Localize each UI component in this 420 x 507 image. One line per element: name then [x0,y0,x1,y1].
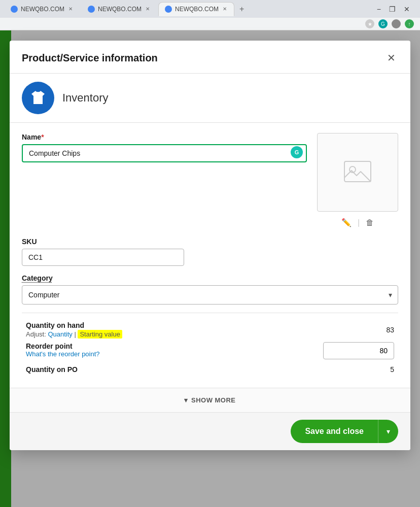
tab-1-label: NEWQBO.COM [21,6,64,13]
category-select[interactable]: Computer Electronics Hardware [22,285,398,305]
address-bar: ★ G ↑ [0,18,420,30]
tab-1-close[interactable]: ✕ [67,5,74,13]
browser-chrome: NEWQBO.COM ✕ NEWQBO.COM ✕ NEWQBO.COM ✕ +… [0,0,420,30]
category-row: Category Computer Electronics Hardware ▾ [22,274,398,305]
name-input[interactable] [22,144,307,162]
tab-1-icon [11,6,18,13]
new-tab-button[interactable]: + [235,3,248,16]
name-field-group: Name G [22,133,307,229]
show-more-chevron: ▾ [184,396,188,404]
tshirt-icon [29,89,47,107]
tab-2-close[interactable]: ✕ [145,5,151,13]
tab-2-icon [88,6,95,13]
save-dropdown-icon: ▾ [387,427,390,435]
category-label: Category [22,274,398,282]
delete-image-button[interactable]: 🗑 [364,216,376,229]
reorder-point-link[interactable]: What's the reorder point? [26,350,100,358]
modal-footer: Save and close ▾ [10,412,410,450]
quantity-on-hand-row: Quantity on hand Adjust: Quantity | Star… [26,321,394,338]
adjust-row: Adjust: Quantity | Starting value [26,330,122,338]
inventory-type-label: Inventory [62,91,109,105]
tab-2[interactable]: NEWQBO.COM ✕ [81,2,157,16]
sku-row: SKU [22,238,398,266]
adjust-prefix: Adjust: [26,330,46,338]
grammarly-addr-icon[interactable]: G [378,19,388,28]
inventory-header: Inventory [10,74,410,123]
window-controls: − ❐ ✕ [375,4,416,14]
svg-rect-0 [344,161,371,182]
address-bar-icons: ★ G ↑ [365,19,414,28]
save-button-wrapper: Save and close ▾ [291,420,398,443]
sku-label: SKU [22,238,184,246]
modal-overlay: Product/Service information ✕ Inventory … [0,30,420,507]
name-label: Name [22,133,307,141]
name-input-wrapper: G [22,144,307,162]
modal-header: Product/Service information ✕ [10,41,410,74]
edit-image-button[interactable]: ✏️ [339,216,354,229]
category-select-wrapper: Computer Electronics Hardware ▾ [22,285,398,305]
name-image-row: Name G ✏️ [22,133,398,229]
tab-3-icon [165,6,172,13]
image-divider: | [358,218,360,227]
adjust-starting-value: Starting value [78,330,122,339]
maximize-button[interactable]: ❐ [387,4,398,14]
inventory-section: Quantity on hand Adjust: Quantity | Star… [22,321,398,374]
sku-input[interactable] [22,249,184,266]
inventory-icon [22,82,54,114]
modal-close-button[interactable]: ✕ [384,51,398,65]
save-and-close-button[interactable]: Save and close [291,420,378,443]
image-section: ✏️ | 🗑 [317,133,398,229]
quantity-on-hand-value: 83 [386,326,394,334]
show-more-section: ▾ SHOW MORE [10,388,410,412]
quantity-on-hand-label: Quantity on hand [26,321,122,329]
tab-3-label: NEWQBO.COM [175,6,219,13]
tab-3[interactable]: NEWQBO.COM ✕ [158,2,234,16]
profile-icon[interactable] [392,19,401,28]
bookmark-icon[interactable]: ★ [365,19,374,28]
extension-icon[interactable]: ↑ [405,19,414,28]
minimize-button[interactable]: − [375,4,383,14]
quantity-on-po-label: Quantity on PO [26,365,78,374]
image-actions: ✏️ | 🗑 [339,216,376,229]
reorder-point-input[interactable] [323,342,394,359]
image-placeholder-icon [342,157,373,188]
modal-panel: Product/Service information ✕ Inventory … [10,41,410,450]
image-placeholder [317,133,398,212]
category-field-group: Category Computer Electronics Hardware ▾ [22,274,398,305]
modal-title: Product/Service information [22,52,158,64]
adjust-quantity-link[interactable]: Quantity [48,330,72,338]
close-window-button[interactable]: ✕ [402,4,412,14]
quantity-on-po-row: Quantity on PO 5 [26,365,394,374]
sku-field-group: SKU [22,238,184,266]
tab-3-close[interactable]: ✕ [222,5,228,13]
section-divider [22,313,398,313]
tab-bar: NEWQBO.COM ✕ NEWQBO.COM ✕ NEWQBO.COM ✕ +… [0,0,420,18]
show-more-label: SHOW MORE [191,396,236,404]
quantity-on-po-value: 5 [390,365,394,374]
quantity-on-hand-left: Quantity on hand Adjust: Quantity | Star… [26,321,122,338]
save-dropdown-button[interactable]: ▾ [378,420,398,443]
reorder-point-left: Reorder point What's the reorder point? [26,342,100,358]
tab-1[interactable]: NEWQBO.COM ✕ [4,2,80,16]
tab-2-label: NEWQBO.COM [98,6,142,13]
reorder-point-row: Reorder point What's the reorder point? [26,342,394,359]
grammarly-icon: G [291,146,303,158]
reorder-point-label: Reorder point [26,342,100,350]
show-more-button[interactable]: ▾ SHOW MORE [184,396,235,404]
modal-body: Name G ✏️ [10,123,410,388]
